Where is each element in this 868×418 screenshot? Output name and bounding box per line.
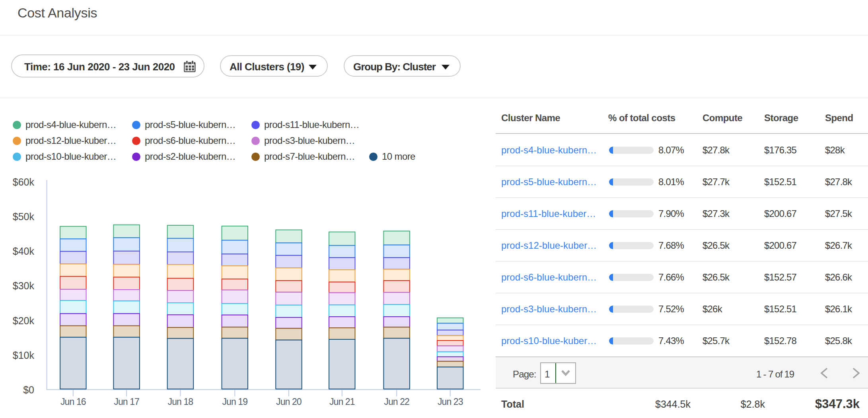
svg-text:$50k: $50k — [13, 211, 35, 222]
svg-text:$30k: $30k — [13, 280, 35, 291]
svg-text:$60k: $60k — [13, 176, 35, 188]
svg-text:$0: $0 — [23, 384, 34, 395]
svg-text:Jun 21: Jun 21 — [329, 397, 355, 407]
svg-text:Jun 20: Jun 20 — [276, 397, 302, 407]
svg-text:$20k: $20k — [13, 315, 35, 326]
svg-text:$10k: $10k — [13, 350, 35, 361]
svg-text:Jun 19: Jun 19 — [222, 397, 247, 407]
svg-text:Jun 18: Jun 18 — [168, 397, 193, 407]
svg-text:Jun 17: Jun 17 — [114, 397, 139, 407]
svg-text:$40k: $40k — [13, 246, 35, 257]
svg-text:Jun 23: Jun 23 — [438, 397, 463, 407]
svg-text:Jun 16: Jun 16 — [60, 397, 86, 407]
svg-text:Jun 22: Jun 22 — [384, 397, 409, 407]
